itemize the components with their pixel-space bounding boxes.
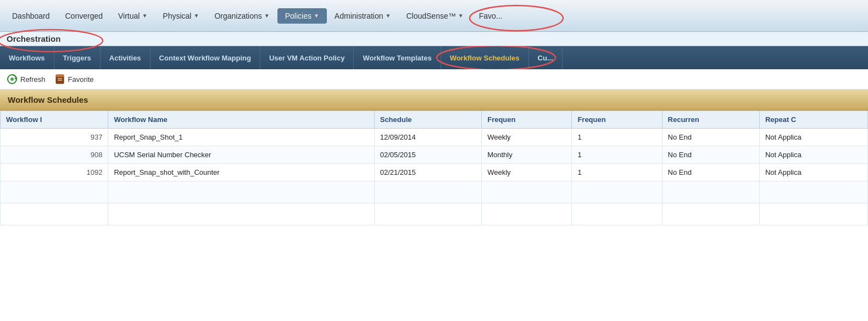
table-container: Workflow I Workflow Name Schedule Freque… [0,110,868,225]
cell-freq1-3: Weekly [482,164,572,181]
svg-point-4 [10,78,14,81]
nav-physical[interactable]: Physical ▼ [155,0,207,31]
cell-repeat-1: Not Applica [759,129,867,146]
col-schedule: Schedule [374,111,481,129]
col-workflow-name: Workflow Name [108,111,374,129]
favorite-label: Favorite [68,75,94,84]
table-row[interactable]: 1092 Report_Snap_shot_with_Counter 02/21… [1,164,868,181]
col-workflow-id: Workflow I [1,111,108,129]
table-row-empty-1 [1,181,868,203]
tab-workflow-schedules[interactable]: Workflow Schedules [441,46,529,69]
sub-tabs-bar: Workflows Triggers Activities Context Wo… [0,46,868,69]
tab-context-workflow-mapping[interactable]: Context Workflow Mapping [151,46,260,69]
cell-schedule-1: 12/09/2014 [374,129,481,146]
nav-policies[interactable]: Policies ▼ [277,8,327,24]
nav-cloudsense[interactable]: CloudSense™ ▼ [398,0,471,31]
favorite-icon [54,74,65,85]
col-frequency2: Frequen [572,111,662,129]
table-row-empty-2 [1,203,868,225]
administration-dropdown-arrow: ▼ [386,13,391,19]
orchestration-bar: Orchestration [0,32,868,46]
cell-freq2-1: 1 [572,129,662,146]
policies-dropdown-arrow: ▼ [314,13,319,19]
cell-repeat-2: Not Applica [759,146,867,164]
cell-freq2-2: 1 [572,146,662,164]
cell-freq2-3: 1 [572,164,662,181]
tab-triggers[interactable]: Triggers [54,46,101,69]
table-row[interactable]: 937 Report_Snap_Shot_1 12/09/2014 Weekly… [1,129,868,146]
cell-schedule-2: 02/05/2015 [374,146,481,164]
nav-administration[interactable]: Administration ▼ [327,0,399,31]
physical-dropdown-arrow: ▼ [193,13,199,19]
col-frequency1: Frequen [482,111,572,129]
cell-workflow-name-2: UCSM Serial Number Checker [108,146,374,164]
col-repeat: Repeat C [759,111,867,129]
orchestration-label: Orchestration [7,34,60,43]
tab-user-vm-action-policy[interactable]: User VM Action Policy [260,46,354,69]
refresh-button[interactable]: Refresh [7,74,46,85]
favorite-button[interactable]: Favorite [54,74,94,85]
section-header: Workflow Schedules [0,90,868,110]
virtual-dropdown-arrow: ▼ [142,13,147,19]
nav-converged[interactable]: Converged [58,0,111,31]
organizations-dropdown-arrow: ▼ [264,13,270,19]
cell-workflow-id-1: 937 [1,129,108,146]
cell-workflow-name-1: Report_Snap_Shot_1 [108,129,374,146]
cell-recurrence-1: No End [662,129,759,146]
svg-rect-6 [56,75,64,77]
tab-workflows[interactable]: Workflows [0,46,54,69]
toolbar: Refresh Favorite [0,69,868,90]
workflow-schedules-table: Workflow I Workflow Name Schedule Freque… [0,110,868,225]
top-nav-bar: Dashboard Converged Virtual ▼ Physical ▼… [0,0,868,32]
cell-workflow-id-3: 1092 [1,164,108,181]
cell-freq1-2: Monthly [482,146,572,164]
cell-freq1-1: Weekly [482,129,572,146]
cell-repeat-3: Not Applica [759,164,867,181]
nav-favo[interactable]: Favo... [471,0,510,31]
refresh-icon [7,74,18,85]
table-row[interactable]: 908 UCSM Serial Number Checker 02/05/201… [1,146,868,164]
tab-cu[interactable]: Cu... [529,46,563,69]
cell-workflow-name-3: Report_Snap_shot_with_Counter [108,164,374,181]
cell-workflow-id-2: 908 [1,146,108,164]
nav-virtual[interactable]: Virtual ▼ [110,0,155,31]
cell-schedule-3: 02/21/2015 [374,164,481,181]
page-wrapper: Dashboard Converged Virtual ▼ Physical ▼… [0,0,868,321]
table-header-row: Workflow I Workflow Name Schedule Freque… [1,111,868,129]
col-recurrence: Recurren [662,111,759,129]
cloudsense-dropdown-arrow: ▼ [458,13,464,19]
tab-workflow-templates[interactable]: Workflow Templates [354,46,441,69]
tab-activities[interactable]: Activities [101,46,151,69]
nav-organizations[interactable]: Organizations ▼ [207,0,277,31]
nav-dashboard[interactable]: Dashboard [4,0,58,31]
cell-recurrence-3: No End [662,164,759,181]
refresh-label: Refresh [20,75,46,84]
cell-recurrence-2: No End [662,146,759,164]
